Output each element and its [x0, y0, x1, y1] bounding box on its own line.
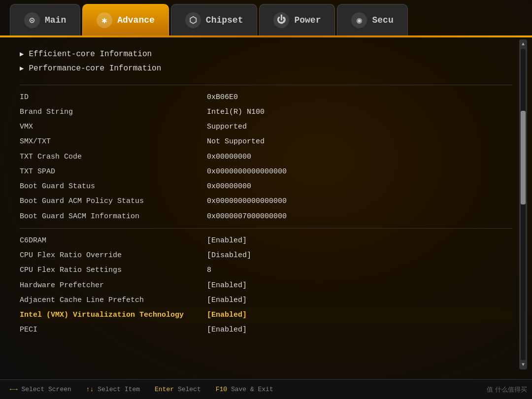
table-row[interactable]: C6DRAM [Enabled] [20, 233, 512, 248]
label-peci: PECI [20, 324, 207, 336]
advance-icon: ✱ [97, 12, 112, 28]
efficient-core-item[interactable]: ▶ Efficient-core Information [20, 47, 512, 62]
arrow-icon-2: ▶ [20, 63, 24, 75]
value-id: 0xB06E0 [207, 91, 512, 104]
settings-table: C6DRAM [Enabled] CPU Flex Ratio Override… [20, 233, 512, 338]
table-row: Boot Guard ACM Policy Status 0x000000000… [20, 194, 512, 209]
power-icon: ⏻ [273, 12, 289, 28]
value-boot-guard: 0x00000000 [207, 180, 512, 193]
label-cpu-flex-settings: CPU Flex Ratio Settings [20, 264, 207, 277]
tab-main-label: Main [45, 15, 66, 25]
tab-chipset-label: Chipset [206, 15, 243, 25]
watermark: 值 什么值得买 [487, 385, 527, 394]
value-adj-cache: [Enabled] [207, 294, 512, 307]
table-row: Brand String Intel(R) N100 [20, 105, 512, 120]
value-cpu-flex-override: [Disabled] [207, 249, 512, 262]
performance-core-label: Performance-core Information [29, 62, 161, 76]
value-boot-acm: 0x0000000000000000 [207, 195, 512, 208]
value-txt-crash: 0x00000000 [207, 151, 512, 164]
value-vmx: Supported [207, 121, 512, 133]
table-row: TXT Crash Code 0x00000000 [20, 150, 512, 165]
main-icon: ⊙ [24, 12, 40, 28]
scroll-down-arrow[interactable]: ▼ [522, 362, 525, 367]
bottom-bar: ←→ Select Screen ↑↓ Select Item Enter Se… [0, 379, 532, 399]
table-row[interactable]: Hardware Prefetcher [Enabled] [20, 278, 512, 293]
tab-main[interactable]: ⊙ Main [10, 4, 80, 35]
table-row[interactable]: PECI [Enabled] [20, 323, 512, 337]
tab-chipset[interactable]: ⬡ Chipset [171, 4, 258, 35]
table-row-highlighted[interactable]: Intel (VMX) Virtualization Technology [E… [20, 308, 512, 323]
hint-enter: Enter Select [155, 386, 201, 393]
label-txt-crash: TXT Crash Code [20, 151, 207, 164]
tab-power-label: Power [294, 15, 321, 25]
label-adj-cache: Adjacent Cache Line Prefetch [20, 294, 207, 307]
efficient-core-label: Efficient-core Information [29, 47, 152, 62]
value-hw-prefetcher: [Enabled] [207, 279, 512, 292]
table-row: ID 0xB06E0 [20, 90, 512, 105]
tab-security-label: Secu [372, 15, 393, 25]
chipset-icon: ⬡ [185, 12, 201, 28]
scrollbar[interactable]: ▲ ▼ [519, 39, 527, 369]
info-table: ID 0xB06E0 Brand String Intel(R) N100 VM… [20, 90, 512, 224]
scrollbar-track [521, 49, 526, 360]
scroll-up-arrow[interactable]: ▲ [522, 41, 525, 47]
hint-select-item: ↑↓ Select Item [86, 386, 140, 393]
table-row: Boot Guard Status 0x00000000 [20, 179, 512, 194]
table-row: Boot Guard SACM Information 0x0000007000… [20, 209, 512, 224]
separator-1 [20, 85, 512, 85]
value-c6dram: [Enabled] [207, 234, 512, 247]
tab-advance[interactable]: ✱ Advance [82, 4, 169, 35]
content-area: ▶ Efficient-core Information ▶ Performan… [0, 37, 532, 379]
value-brand: Intel(R) N100 [207, 106, 512, 119]
tab-power[interactable]: ⏻ Power [259, 4, 335, 35]
label-hw-prefetcher: Hardware Prefetcher [20, 279, 207, 292]
value-peci: [Enabled] [207, 324, 512, 336]
arrow-icon-1: ▶ [20, 48, 24, 61]
table-row: TXT SPAD 0x0000000000000000 [20, 165, 512, 179]
table-row[interactable]: CPU Flex Ratio Override [Disabled] [20, 248, 512, 263]
label-c6dram: C6DRAM [20, 234, 207, 247]
security-icon: ◉ [351, 12, 367, 28]
nav-bar: ⊙ Main ✱ Advance ⬡ Chipset ⏻ Power ◉ Sec… [0, 0, 532, 35]
tab-security[interactable]: ◉ Secu [337, 4, 407, 35]
label-smx: SMX/TXT [20, 135, 207, 148]
hint-select-screen: ←→ Select Screen [10, 386, 71, 393]
label-boot-acm: Boot Guard ACM Policy Status [20, 195, 207, 208]
table-row: SMX/TXT Not Supported [20, 134, 512, 149]
label-boot-guard: Boot Guard Status [20, 180, 207, 193]
performance-core-item[interactable]: ▶ Performance-core Information [20, 62, 512, 76]
value-vmx-virt: [Enabled] [207, 309, 512, 322]
label-vmx: VMX [20, 121, 207, 133]
bios-screen: ⊙ Main ✱ Advance ⬡ Chipset ⏻ Power ◉ Sec… [0, 0, 532, 399]
value-boot-sacm: 0x0000007000000000 [207, 210, 512, 223]
tab-advance-label: Advance [117, 15, 155, 25]
hint-f10: F10 Save & Exit [216, 386, 273, 393]
label-cpu-flex-override: CPU Flex Ratio Override [20, 249, 207, 262]
menu-section: ▶ Efficient-core Information ▶ Performan… [20, 47, 512, 76]
value-cpu-flex-settings: 8 [207, 264, 512, 277]
table-row[interactable]: CPU Flex Ratio Settings 8 [20, 263, 512, 278]
separator-2 [20, 228, 512, 229]
label-vmx-virt: Intel (VMX) Virtualization Technology [20, 309, 207, 322]
label-txt-spad: TXT SPAD [20, 166, 207, 178]
label-boot-sacm: Boot Guard SACM Information [20, 210, 207, 223]
label-brand: Brand String [20, 106, 207, 119]
label-id: ID [20, 91, 207, 104]
value-txt-spad: 0x0000000000000000 [207, 166, 512, 178]
table-row: VMX Supported [20, 120, 512, 134]
value-smx: Not Supported [207, 135, 512, 148]
table-row[interactable]: Adjacent Cache Line Prefetch [Enabled] [20, 293, 512, 308]
scrollbar-thumb [521, 111, 526, 204]
